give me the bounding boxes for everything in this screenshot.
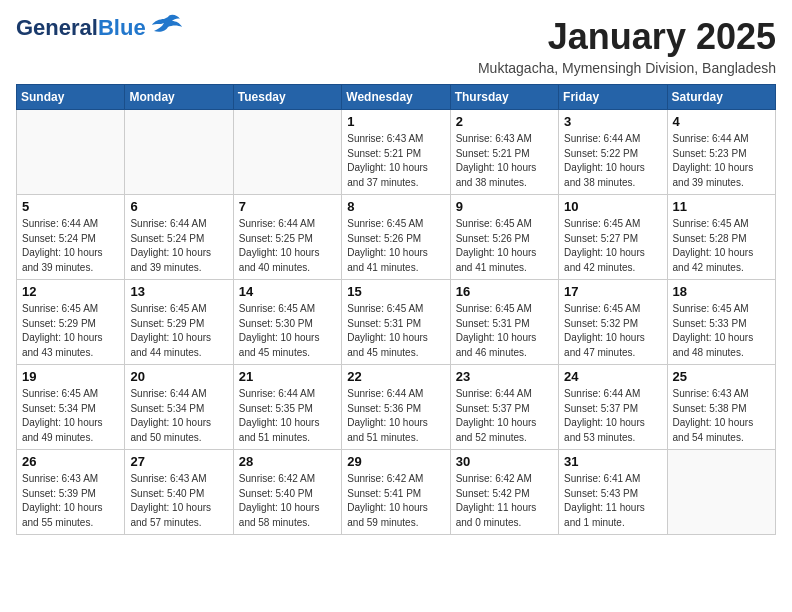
day-number: 19 [22,369,119,384]
day-info: Sunrise: 6:45 AM Sunset: 5:29 PM Dayligh… [22,302,119,360]
day-info: Sunrise: 6:44 AM Sunset: 5:34 PM Dayligh… [130,387,227,445]
calendar-cell: 19Sunrise: 6:45 AM Sunset: 5:34 PM Dayli… [17,365,125,450]
day-info: Sunrise: 6:45 AM Sunset: 5:28 PM Dayligh… [673,217,770,275]
calendar-cell: 13Sunrise: 6:45 AM Sunset: 5:29 PM Dayli… [125,280,233,365]
day-number: 21 [239,369,336,384]
day-info: Sunrise: 6:43 AM Sunset: 5:39 PM Dayligh… [22,472,119,530]
day-info: Sunrise: 6:43 AM Sunset: 5:21 PM Dayligh… [456,132,553,190]
calendar-header-row: SundayMondayTuesdayWednesdayThursdayFrid… [17,85,776,110]
calendar-cell: 4Sunrise: 6:44 AM Sunset: 5:23 PM Daylig… [667,110,775,195]
day-info: Sunrise: 6:42 AM Sunset: 5:42 PM Dayligh… [456,472,553,530]
calendar-cell: 7Sunrise: 6:44 AM Sunset: 5:25 PM Daylig… [233,195,341,280]
calendar-cell: 30Sunrise: 6:42 AM Sunset: 5:42 PM Dayli… [450,450,558,535]
day-number: 5 [22,199,119,214]
day-number: 6 [130,199,227,214]
day-number: 23 [456,369,553,384]
calendar-cell: 14Sunrise: 6:45 AM Sunset: 5:30 PM Dayli… [233,280,341,365]
day-number: 15 [347,284,444,299]
day-info: Sunrise: 6:44 AM Sunset: 5:22 PM Dayligh… [564,132,661,190]
day-info: Sunrise: 6:45 AM Sunset: 5:32 PM Dayligh… [564,302,661,360]
day-info: Sunrise: 6:44 AM Sunset: 5:35 PM Dayligh… [239,387,336,445]
day-info: Sunrise: 6:44 AM Sunset: 5:37 PM Dayligh… [564,387,661,445]
day-info: Sunrise: 6:45 AM Sunset: 5:31 PM Dayligh… [347,302,444,360]
calendar-cell: 3Sunrise: 6:44 AM Sunset: 5:22 PM Daylig… [559,110,667,195]
header-saturday: Saturday [667,85,775,110]
page-header: GeneralBlue January 2025 Muktagacha, Mym… [16,16,776,76]
day-number: 24 [564,369,661,384]
calendar-cell: 22Sunrise: 6:44 AM Sunset: 5:36 PM Dayli… [342,365,450,450]
calendar-cell: 31Sunrise: 6:41 AM Sunset: 5:43 PM Dayli… [559,450,667,535]
calendar-cell: 6Sunrise: 6:44 AM Sunset: 5:24 PM Daylig… [125,195,233,280]
header-wednesday: Wednesday [342,85,450,110]
calendar-cell: 28Sunrise: 6:42 AM Sunset: 5:40 PM Dayli… [233,450,341,535]
day-info: Sunrise: 6:45 AM Sunset: 5:26 PM Dayligh… [456,217,553,275]
month-title: January 2025 [478,16,776,58]
title-block: January 2025 Muktagacha, Mymensingh Divi… [478,16,776,76]
day-number: 7 [239,199,336,214]
day-number: 8 [347,199,444,214]
day-number: 10 [564,199,661,214]
logo: GeneralBlue [16,16,182,40]
day-info: Sunrise: 6:42 AM Sunset: 5:40 PM Dayligh… [239,472,336,530]
day-number: 28 [239,454,336,469]
calendar-cell: 8Sunrise: 6:45 AM Sunset: 5:26 PM Daylig… [342,195,450,280]
day-info: Sunrise: 6:45 AM Sunset: 5:30 PM Dayligh… [239,302,336,360]
calendar-cell: 9Sunrise: 6:45 AM Sunset: 5:26 PM Daylig… [450,195,558,280]
day-number: 4 [673,114,770,129]
calendar-cell [17,110,125,195]
day-info: Sunrise: 6:44 AM Sunset: 5:24 PM Dayligh… [130,217,227,275]
day-number: 27 [130,454,227,469]
header-thursday: Thursday [450,85,558,110]
day-number: 18 [673,284,770,299]
calendar-cell: 26Sunrise: 6:43 AM Sunset: 5:39 PM Dayli… [17,450,125,535]
calendar-cell: 24Sunrise: 6:44 AM Sunset: 5:37 PM Dayli… [559,365,667,450]
day-number: 20 [130,369,227,384]
day-number: 9 [456,199,553,214]
day-info: Sunrise: 6:45 AM Sunset: 5:33 PM Dayligh… [673,302,770,360]
calendar-cell [667,450,775,535]
header-monday: Monday [125,85,233,110]
calendar-cell: 15Sunrise: 6:45 AM Sunset: 5:31 PM Dayli… [342,280,450,365]
day-number: 12 [22,284,119,299]
logo-bird-icon [150,13,182,35]
calendar-cell: 5Sunrise: 6:44 AM Sunset: 5:24 PM Daylig… [17,195,125,280]
calendar-cell: 11Sunrise: 6:45 AM Sunset: 5:28 PM Dayli… [667,195,775,280]
day-info: Sunrise: 6:41 AM Sunset: 5:43 PM Dayligh… [564,472,661,530]
day-number: 2 [456,114,553,129]
day-info: Sunrise: 6:44 AM Sunset: 5:36 PM Dayligh… [347,387,444,445]
day-info: Sunrise: 6:45 AM Sunset: 5:31 PM Dayligh… [456,302,553,360]
calendar-cell [233,110,341,195]
calendar-cell: 16Sunrise: 6:45 AM Sunset: 5:31 PM Dayli… [450,280,558,365]
calendar-week-1: 1Sunrise: 6:43 AM Sunset: 5:21 PM Daylig… [17,110,776,195]
day-info: Sunrise: 6:44 AM Sunset: 5:25 PM Dayligh… [239,217,336,275]
day-number: 11 [673,199,770,214]
day-info: Sunrise: 6:43 AM Sunset: 5:21 PM Dayligh… [347,132,444,190]
calendar-cell: 1Sunrise: 6:43 AM Sunset: 5:21 PM Daylig… [342,110,450,195]
day-number: 17 [564,284,661,299]
day-number: 22 [347,369,444,384]
logo-text: GeneralBlue [16,16,146,40]
calendar-cell: 20Sunrise: 6:44 AM Sunset: 5:34 PM Dayli… [125,365,233,450]
day-info: Sunrise: 6:44 AM Sunset: 5:37 PM Dayligh… [456,387,553,445]
calendar-cell: 18Sunrise: 6:45 AM Sunset: 5:33 PM Dayli… [667,280,775,365]
day-info: Sunrise: 6:43 AM Sunset: 5:38 PM Dayligh… [673,387,770,445]
calendar-cell [125,110,233,195]
location-subtitle: Muktagacha, Mymensingh Division, Banglad… [478,60,776,76]
day-number: 3 [564,114,661,129]
day-info: Sunrise: 6:44 AM Sunset: 5:23 PM Dayligh… [673,132,770,190]
day-info: Sunrise: 6:45 AM Sunset: 5:34 PM Dayligh… [22,387,119,445]
day-number: 30 [456,454,553,469]
calendar-cell: 21Sunrise: 6:44 AM Sunset: 5:35 PM Dayli… [233,365,341,450]
day-number: 1 [347,114,444,129]
day-number: 25 [673,369,770,384]
day-info: Sunrise: 6:45 AM Sunset: 5:27 PM Dayligh… [564,217,661,275]
day-number: 31 [564,454,661,469]
calendar-cell: 25Sunrise: 6:43 AM Sunset: 5:38 PM Dayli… [667,365,775,450]
calendar-week-2: 5Sunrise: 6:44 AM Sunset: 5:24 PM Daylig… [17,195,776,280]
day-number: 14 [239,284,336,299]
day-info: Sunrise: 6:45 AM Sunset: 5:26 PM Dayligh… [347,217,444,275]
day-number: 16 [456,284,553,299]
calendar-cell: 23Sunrise: 6:44 AM Sunset: 5:37 PM Dayli… [450,365,558,450]
calendar-cell: 27Sunrise: 6:43 AM Sunset: 5:40 PM Dayli… [125,450,233,535]
calendar-cell: 2Sunrise: 6:43 AM Sunset: 5:21 PM Daylig… [450,110,558,195]
